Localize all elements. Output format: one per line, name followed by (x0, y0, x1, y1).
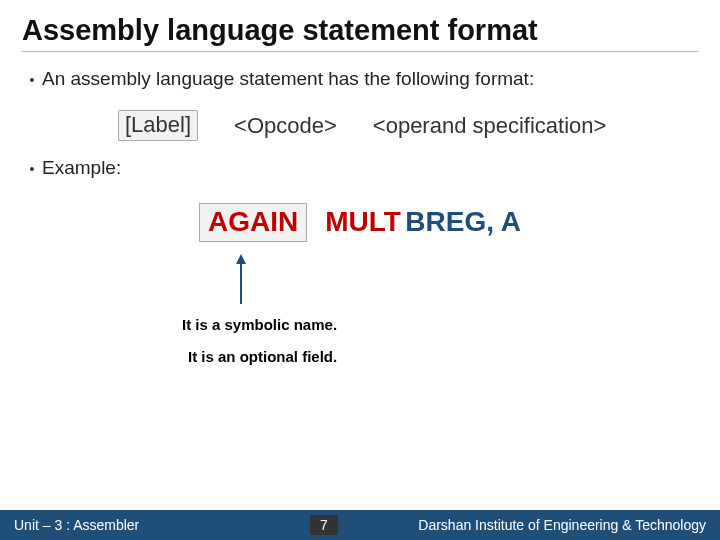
annotation-line1: It is a symbolic name. (182, 316, 337, 333)
format-operand: <operand specification> (373, 113, 607, 139)
example-line: AGAIN MULT BREG, A (22, 203, 698, 242)
bullet-intro-text: An assembly language statement has the f… (42, 68, 698, 90)
bullet-dot-icon: • (22, 68, 42, 92)
footer-page-number: 7 (310, 515, 338, 535)
title-divider (22, 51, 698, 52)
format-row: [Label] <Opcode> <operand specification> (118, 110, 698, 141)
footer-bar: Unit – 3 : Assembler 7 Darshan Institute… (0, 510, 720, 540)
footer-mid: 7 (139, 515, 418, 535)
bullet-dot-icon: • (22, 157, 42, 181)
slide: Assembly language statement format • An … (0, 0, 720, 540)
example-again: AGAIN (199, 203, 307, 242)
format-opcode: <Opcode> (234, 113, 337, 139)
footer-institute: Darshan Institute of Engineering & Techn… (418, 517, 706, 533)
example-mult: MULT (325, 206, 401, 237)
example-breg: BREG, A (405, 206, 521, 237)
arrow-up-icon (240, 264, 242, 304)
slide-title: Assembly language statement format (22, 14, 698, 47)
bullet-example-text: Example: (42, 157, 698, 179)
bullet-intro-row: • An assembly language statement has the… (22, 68, 698, 92)
format-label-box: [Label] (118, 110, 198, 141)
bullet-example-row: • Example: (22, 157, 698, 181)
footer-unit: Unit – 3 : Assembler (14, 517, 139, 533)
annotation-line2: It is an optional field. (188, 348, 337, 365)
